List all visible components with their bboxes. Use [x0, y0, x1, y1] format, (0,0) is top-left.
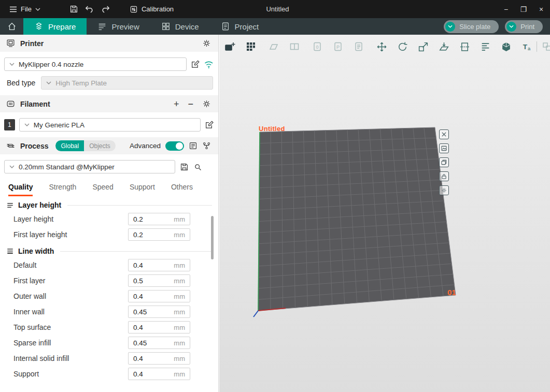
scope-objects-button[interactable]: Objects [84, 140, 116, 151]
mesh-boolean-button[interactable] [499, 40, 513, 53]
advanced-toggle[interactable] [165, 141, 184, 151]
auto-orient-button[interactable] [267, 40, 280, 53]
parameter-list-icon[interactable] [189, 141, 198, 150]
print-button[interactable]: Print [505, 20, 543, 33]
param-value-input[interactable] [129, 262, 166, 269]
process-flow-icon[interactable] [202, 141, 211, 150]
wifi-connection-icon[interactable] [204, 60, 214, 69]
tab-prepare[interactable]: Prepare [23, 18, 87, 35]
add-plate-button[interactable] [223, 40, 237, 53]
scope-global-button[interactable]: Global [55, 140, 84, 151]
minimize-button[interactable]: − [497, 0, 515, 18]
param-input: mm [128, 306, 190, 318]
ptab-speed[interactable]: Speed [92, 178, 113, 196]
ptab-support[interactable]: Support [130, 178, 155, 196]
menu-icon [9, 6, 17, 12]
add-filament-button[interactable]: + [174, 99, 179, 109]
filament-preset-combo[interactable]: My Generic PLA [19, 118, 201, 132]
home-button[interactable] [0, 18, 23, 35]
file-menu-button[interactable]: File [5, 3, 45, 15]
p-badge-button[interactable]: P [331, 40, 345, 53]
slice-plate-button[interactable]: Slice plate [444, 20, 499, 33]
param-value-input[interactable] [129, 324, 166, 331]
plate-stack-icon [441, 159, 447, 165]
build-plate-canvas[interactable] [219, 35, 550, 392]
param-value-input[interactable] [129, 308, 166, 316]
variable-layer-height-button[interactable] [478, 40, 492, 53]
plate-number-label: 01 [447, 288, 456, 297]
tab-device-label: Device [175, 22, 199, 31]
undo-button[interactable] [82, 3, 97, 16]
plate-name-label[interactable]: Untitled [259, 125, 285, 133]
redo-button[interactable] [97, 3, 113, 16]
param-value-input[interactable] [129, 370, 166, 378]
rotate-button[interactable] [396, 40, 409, 53]
split-window-button[interactable] [288, 40, 301, 53]
cut-button[interactable] [458, 40, 471, 53]
param-value-input[interactable] [129, 277, 166, 285]
save-preset-icon[interactable] [180, 163, 189, 171]
param-value-input[interactable] [129, 339, 166, 347]
svg-text:T: T [523, 43, 527, 51]
ptab-strength[interactable]: Strength [49, 178, 76, 196]
arrange-all-button[interactable] [244, 40, 258, 53]
lock-plate-button[interactable] [439, 171, 449, 181]
edit-printer-icon[interactable] [191, 60, 200, 69]
assembly-view-button[interactable] [540, 40, 550, 53]
filament-slot-badge[interactable]: 1 [4, 119, 15, 130]
filament-settings-gear-icon[interactable] [202, 99, 211, 108]
tab-preview[interactable]: Preview [87, 18, 150, 35]
param-unit: mm [174, 277, 190, 285]
printer-section-title: Printer [20, 39, 44, 48]
save-button[interactable] [66, 3, 82, 16]
calibration-icon [130, 5, 138, 13]
lines-badge-button[interactable] [352, 40, 365, 53]
ptab-others[interactable]: Others [171, 178, 193, 196]
ptab-quality[interactable]: Quality [8, 178, 33, 196]
param-value-input[interactable] [129, 231, 166, 239]
cut-icon [459, 41, 470, 52]
param-row-first-layer: First layer mm [0, 273, 218, 288]
param-input: mm [128, 228, 190, 241]
plate-image-icon [441, 146, 447, 151]
gear-icon [441, 187, 447, 193]
tab-preview-label: Preview [111, 22, 139, 31]
edit-filament-icon[interactable] [205, 120, 214, 129]
param-value-input[interactable] [129, 215, 166, 223]
param-label: Inner wall [13, 308, 45, 316]
printer-settings-gear-icon[interactable] [202, 39, 211, 48]
combo-chevron-icon [9, 63, 15, 66]
param-value-input[interactable] [129, 293, 166, 300]
tab-device[interactable]: Device [150, 18, 210, 35]
app-window: File Calibration Untitled − ❐ × [0, 0, 550, 392]
param-value-input[interactable] [129, 355, 166, 362]
lines-badge-icon [354, 41, 364, 52]
titlebar-right: − ❐ × [289, 0, 550, 18]
process-preset-combo[interactable]: 0.20mm Standard @MyKlipper [4, 160, 175, 173]
search-preset-icon[interactable] [193, 163, 202, 171]
param-input: mm [128, 368, 190, 380]
slice-dropdown-icon[interactable] [445, 22, 455, 32]
close-button[interactable]: × [532, 0, 550, 18]
sidebar-scrollbar-thumb[interactable] [211, 216, 214, 259]
param-input: mm [128, 213, 190, 225]
group-line-width: Line width [0, 242, 218, 257]
printer-preset-combo[interactable]: MyKlipper 0.4 nozzle [4, 57, 187, 71]
plate-arrange-button[interactable] [439, 143, 449, 153]
filament-section-header: Filament + − [0, 95, 218, 112]
scale-button[interactable] [416, 40, 430, 53]
delete-plate-button[interactable] [439, 129, 449, 139]
zero-badge-button[interactable]: 0 [311, 40, 324, 53]
tab-project[interactable]: Project [210, 18, 270, 35]
move-button[interactable] [375, 40, 388, 53]
calibration-button[interactable]: Calibration [124, 3, 179, 16]
viewport-3d[interactable]: 0 P [219, 35, 550, 392]
plate-list-button[interactable] [439, 157, 449, 167]
print-dropdown-icon[interactable] [506, 22, 516, 32]
lay-on-face-button[interactable] [437, 40, 450, 53]
maximize-button[interactable]: ❐ [515, 0, 532, 18]
bed-type-combo[interactable]: High Temp Plate [41, 76, 213, 90]
text-tool-button[interactable]: Ta [520, 40, 533, 53]
remove-filament-button[interactable]: − [188, 99, 193, 109]
plate-settings-button[interactable] [439, 185, 449, 195]
